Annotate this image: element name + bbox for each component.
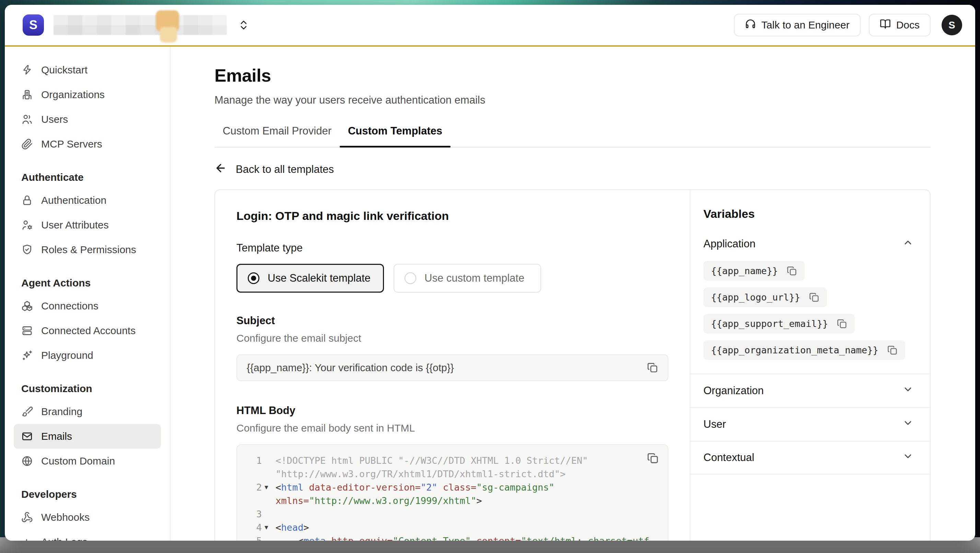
sidebar-section-agent-actions: Agent Actions: [14, 272, 161, 294]
docs-button[interactable]: Docs: [869, 14, 931, 37]
sidebar-item-label: User Attributes: [41, 219, 109, 231]
book-open-icon: [880, 19, 891, 32]
redacted-org-name: [54, 15, 227, 35]
subject-description: Configure the email subject: [236, 332, 668, 344]
variable-chip: {{app_organization_meta_name}}: [703, 340, 905, 360]
variable-name: {{app_logo_url}}: [711, 292, 800, 303]
radio-unselected-icon: [404, 272, 416, 284]
server-icon: [21, 325, 33, 337]
app-window: S Talk to an Engineer Docs: [5, 5, 975, 541]
sidebar-section-authenticate: Authenticate: [14, 167, 161, 188]
variable-copy-button[interactable]: [809, 292, 819, 303]
sidebar-item-connections[interactable]: Connections: [14, 294, 161, 318]
sidebar-item-user-attributes[interactable]: User Attributes: [14, 213, 161, 237]
variable-chip: {{app_name}}: [703, 261, 805, 281]
code-line-2: 2▾<html data-editor-version="2" class="s…: [247, 481, 657, 507]
code-text[interactable]: <head>: [274, 521, 657, 534]
template-form: Login: OTP and magic link verification T…: [215, 190, 690, 541]
sidebar-item-label: Users: [41, 114, 68, 125]
line-number: 3: [247, 507, 262, 521]
sidebar-item-authentication[interactable]: Authentication: [14, 188, 161, 213]
accordion-organization[interactable]: Organization: [690, 373, 930, 407]
sidebar-item-playground[interactable]: Playground: [14, 343, 161, 368]
sidebar-item-mcp-servers[interactable]: MCP Servers: [14, 132, 161, 156]
brush-icon: [21, 406, 33, 418]
subject-label: Subject: [236, 315, 668, 327]
tab-bar: Custom Email Provider Custom Templates: [215, 125, 931, 148]
subject-field: [236, 354, 668, 381]
variable-copy-button[interactable]: [837, 319, 847, 329]
sidebar-item-label: Emails: [41, 431, 72, 442]
variable-copy-button[interactable]: [887, 345, 898, 355]
fold-caret-icon[interactable]: ▾: [262, 481, 274, 494]
sidebar-item-label: Quickstart: [41, 64, 88, 76]
sidebar: QuickstartOrganizationsUsersMCP ServersA…: [5, 47, 170, 541]
page-title: Emails: [215, 65, 931, 86]
html-body-editor[interactable]: 1<!DOCTYPE html PUBLIC "-//W3C//DTD XHTM…: [236, 444, 668, 541]
webhook-icon: [21, 512, 33, 523]
org-switcher[interactable]: [54, 15, 250, 35]
radio-use-custom-template[interactable]: Use custom template: [394, 264, 541, 292]
user-gear-icon: [21, 219, 33, 231]
application-variables: {{app_name}}{{app_logo_url}}{{app_suppor…: [703, 261, 913, 373]
paperclip-icon: [21, 138, 33, 150]
tab-custom-templates[interactable]: Custom Templates: [340, 125, 450, 147]
sidebar-section-developers: Developers: [14, 484, 161, 505]
top-bar: S Talk to an Engineer Docs: [5, 5, 975, 45]
variable-chip-row: {{app_organization_meta_name}}: [703, 340, 913, 360]
chevron-down-icon: [902, 451, 913, 464]
back-to-templates-link[interactable]: Back to all templates: [215, 162, 334, 177]
code-text[interactable]: <meta http-equiv="Content-Type" content=…: [274, 534, 657, 541]
template-type-label: Template type: [236, 242, 668, 254]
variable-chip: {{app_support_email}}: [703, 314, 855, 334]
code-text[interactable]: <html data-editor-version="2" class="sg-…: [274, 481, 657, 507]
accordion-user[interactable]: User: [690, 407, 930, 441]
accordion-application[interactable]: Application: [703, 237, 913, 251]
sidebar-item-webhooks[interactable]: Webhooks: [14, 505, 161, 530]
user-avatar[interactable]: S: [942, 15, 962, 35]
editor-copy-button[interactable]: [647, 453, 659, 464]
sidebar-item-users[interactable]: Users: [14, 107, 161, 132]
chevron-down-icon: [902, 384, 913, 397]
html-body-description: Configure the email body sent in HTML: [236, 422, 668, 434]
sidebar-section-customization: Customization: [14, 378, 161, 399]
sidebar-item-label: Auth Logs: [41, 536, 88, 541]
line-number: 1: [247, 454, 262, 467]
sidebar-item-branding[interactable]: Branding: [14, 399, 161, 424]
sidebar-item-label: Webhooks: [41, 512, 89, 523]
lock-icon: [21, 194, 33, 206]
headphones-icon: [745, 19, 756, 32]
code-text[interactable]: <!DOCTYPE html PUBLIC "-//W3C//DTD XHTML…: [274, 454, 657, 481]
sidebar-item-roles-permissions[interactable]: Roles & Permissions: [14, 237, 161, 262]
chevrons-up-down-icon[interactable]: [238, 19, 250, 31]
subject-input[interactable]: [247, 362, 647, 373]
sidebar-item-custom-domain[interactable]: Custom Domain: [14, 449, 161, 474]
talk-to-engineer-button[interactable]: Talk to an Engineer: [734, 14, 861, 37]
sidebar-item-emails[interactable]: Emails: [14, 424, 161, 449]
sidebar-item-label: Organizations: [41, 89, 105, 100]
variable-name: {{app_support_email}}: [711, 318, 828, 329]
tab-custom-email-provider[interactable]: Custom Email Provider: [215, 125, 340, 147]
sidebar-item-quickstart[interactable]: Quickstart: [14, 58, 161, 82]
radio-selected-icon: [248, 272, 259, 284]
sidebar-item-label: Playground: [41, 350, 93, 361]
code-line-4: 4▾<head>: [247, 521, 657, 534]
subject-copy-button[interactable]: [647, 362, 658, 373]
sidebar-item-connected-accounts[interactable]: Connected Accounts: [14, 318, 161, 343]
accordion-contextual[interactable]: Contextual: [690, 441, 930, 474]
fold-caret-icon[interactable]: ▾: [262, 521, 274, 534]
main-content: Emails Manage the way your users receive…: [170, 47, 975, 541]
sidebar-item-label: Roles & Permissions: [41, 244, 136, 256]
variable-copy-button[interactable]: [787, 266, 797, 276]
variable-chip-row: {{app_support_email}}: [703, 314, 913, 334]
radio-use-scalekit-template[interactable]: Use Scalekit template: [236, 264, 384, 292]
mail-icon: [21, 431, 33, 442]
users-icon: [21, 114, 33, 125]
sidebar-item-auth-logs[interactable]: Auth Logs: [14, 530, 161, 541]
app-logo: S: [23, 14, 44, 36]
html-body-label: HTML Body: [236, 404, 668, 417]
globe-icon: [21, 455, 33, 467]
sidebar-item-organizations[interactable]: Organizations: [14, 82, 161, 107]
variable-name: {{app_organization_meta_name}}: [711, 345, 878, 355]
code-text[interactable]: [274, 507, 657, 521]
